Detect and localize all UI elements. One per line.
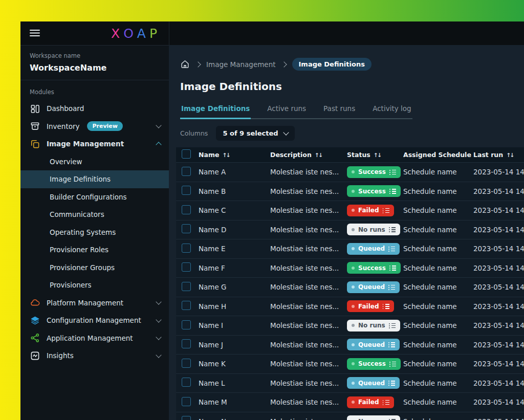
sort-icon[interactable]: ↑↓ [222,152,229,159]
logo-letter: A [137,27,149,40]
column-header-description[interactable]: Description↑↓ [270,151,347,159]
sort-icon[interactable]: ↑↓ [315,152,322,159]
sidebar-item-configuration-management[interactable]: Configuration Management [20,312,169,329]
status-badge[interactable]: Success [347,262,401,274]
row-checkbox[interactable] [182,282,191,291]
chevron-down-icon [283,129,289,135]
cell-description: Molestiae iste nes... [270,226,347,234]
sidebar-item-platform-management[interactable]: Platform Management [20,294,169,312]
cell-description: Molestiae iste nes... [270,168,347,176]
table-row[interactable]: Name L Molestiae iste nes... Queued Sche… [176,373,524,393]
sidebar-item-application-management[interactable]: Application Management [20,329,169,347]
tab-past-runs[interactable]: Past runs [322,104,356,119]
status-dot-icon [352,382,355,385]
sidebar-subitem-operating-systems[interactable]: Operating Systems [20,224,169,241]
row-checkbox[interactable] [182,378,191,387]
row-checkbox[interactable] [182,244,191,253]
row-checkbox[interactable] [182,224,191,233]
sidebar-subitem-image-definitions[interactable]: Image Definitions [20,170,169,188]
status-dot-icon [352,170,355,173]
chevron-up-icon[interactable] [156,142,161,148]
status-badge[interactable]: Queued [347,281,400,293]
status-badge[interactable]: Queued [347,377,400,389]
table-row[interactable]: Name B Molestiae iste nes... Success Sch… [176,182,524,201]
sort-icon[interactable]: ↑↓ [506,152,513,159]
status-badge[interactable]: Success [347,166,401,178]
row-checkbox[interactable] [182,320,191,329]
tab-active-runs[interactable]: Active runs [266,104,307,119]
status-badge[interactable]: Queued [347,243,400,255]
breadcrumb-separator-icon [195,61,201,67]
status-badge[interactable]: No runs [347,415,400,420]
table-row[interactable]: Name E Molestiae iste nes... Queued Sche… [176,239,524,258]
sort-icon[interactable]: ↑↓ [374,152,381,159]
sidebar-item-dashboard[interactable]: Dashboard [20,100,169,118]
chevron-down-icon[interactable] [156,335,161,340]
tab-activity-log[interactable]: Activity log [372,104,412,119]
sidebar-subitem-provisioner-roles[interactable]: Provisioner Roles [20,241,169,259]
table-row[interactable]: Name G Molestiae iste nes... Queued Sche… [176,277,524,297]
breadcrumb-separator-icon [281,61,287,67]
cell-last-run: 2023-05-14 14 [473,245,524,253]
column-header-status[interactable]: Status↑↓ [347,151,403,159]
sidebar-subitem-builder-configurations[interactable]: Builder Configurations [20,188,169,206]
row-checkbox[interactable] [182,262,191,272]
sidebar-subitem-provisioner-groups[interactable]: Provisioner Groups [20,259,169,277]
table-row[interactable]: Name C Molestiae iste nes... Failed Sche… [176,201,524,220]
row-checkbox[interactable] [182,416,191,420]
status-badge[interactable]: Failed [347,300,394,312]
status-badge[interactable]: Failed [347,205,394,216]
row-checkbox[interactable] [182,301,191,310]
chevron-down-icon[interactable] [156,352,161,358]
row-checkbox[interactable] [182,359,191,368]
status-badge[interactable]: Success [347,358,401,370]
table-row[interactable]: Name A Molestiae iste nes... Success Sch… [176,162,524,182]
table-row[interactable]: Name F Molestiae iste nes... Success Sch… [176,258,524,278]
status-badge[interactable]: No runs [347,224,400,235]
table-row[interactable]: Name K Molestiae iste nes... Success Sch… [176,354,524,373]
subitem-label: Overview [50,158,82,166]
breadcrumb-item-current[interactable]: Image Definitions [292,58,372,71]
table-row[interactable]: Name N Molestiae iste nes... No runs Sch… [176,412,524,420]
cell-name: Name B [199,187,270,195]
table-row[interactable]: Name J Molestiae iste nes... Queued Sche… [176,335,524,355]
status-list-icon [388,246,395,252]
status-badge[interactable]: Queued [347,339,400,350]
breadcrumb-item[interactable]: Image Management [206,60,276,69]
column-header-name[interactable]: Name↑↓ [199,151,270,159]
column-header-assigned-schedule[interactable]: Assigned Schedule↑↓ [403,151,473,159]
status-badge[interactable]: No runs [347,320,400,331]
chevron-down-icon[interactable] [156,299,161,305]
tab-image-definitions[interactable]: Image Definitions [180,104,251,119]
table-header-row: Name↑↓ Description↑↓ Status↑↓ Assigned S… [176,147,524,162]
column-header-last-run[interactable]: Last run↑↓ [473,151,524,159]
table-row[interactable]: Name I Molestiae iste nes... No runs Sch… [176,316,524,335]
row-checkbox[interactable] [182,397,191,406]
table-row[interactable]: Name D Molestiae iste nes... No runs Sch… [176,220,524,239]
status-badge[interactable]: Success [347,185,401,197]
cell-schedule: Schedule name [403,245,473,253]
row-checkbox[interactable] [182,339,191,348]
sidebar-subitem-overview[interactable]: Overview [20,153,169,171]
row-checkbox[interactable] [182,205,191,214]
table-row[interactable]: Name M Molestiae iste nes... Failed Sche… [176,392,524,412]
table-row[interactable]: Name H Molestiae iste nes... Failed Sche… [176,297,524,316]
home-icon[interactable] [180,59,190,69]
cell-description: Molestiae iste nes... [270,360,347,368]
modules-section-label: Modules [20,80,169,100]
chevron-down-icon[interactable] [156,123,161,128]
sidebar-subitem-provisioners[interactable]: Provisioners [20,276,169,294]
chevron-down-icon[interactable] [156,317,161,322]
workspace-label: Workspace name [30,52,160,59]
sidebar-item-insights[interactable]: Insights [20,347,169,365]
row-checkbox[interactable] [182,167,191,176]
cell-last-run: 2023-05-14 14 [473,360,524,368]
hamburger-menu-icon[interactable] [30,30,40,37]
sidebar-item-image-management[interactable]: Image Management [20,135,169,153]
row-checkbox[interactable] [182,186,191,195]
status-badge[interactable]: Failed [347,396,394,408]
sidebar-item-inventory[interactable]: Inventory Preview [20,118,169,136]
sidebar-subitem-communicators[interactable]: Communicators [20,206,169,224]
columns-select-dropdown[interactable]: 5 of 9 selected [216,126,294,141]
select-all-checkbox[interactable] [182,149,191,159]
